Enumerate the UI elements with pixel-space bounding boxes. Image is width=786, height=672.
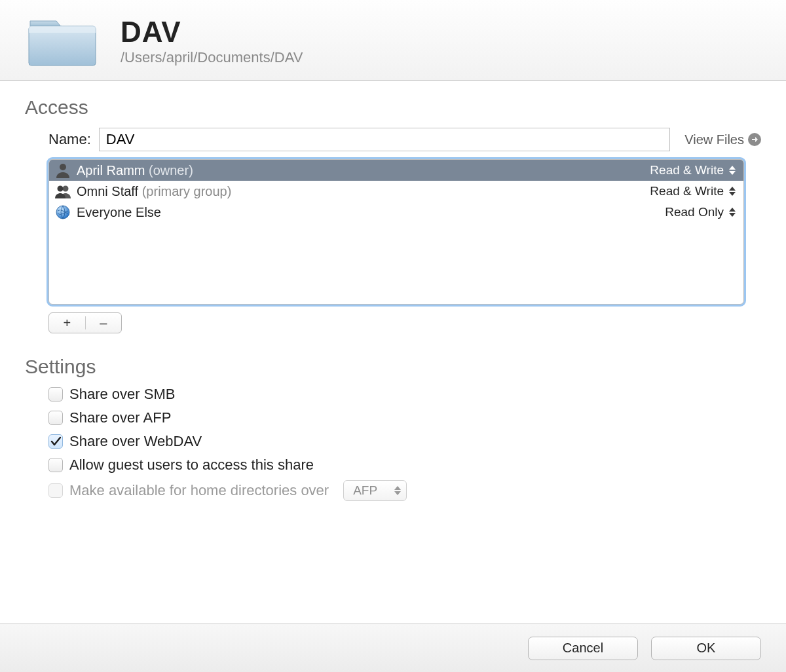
arrow-right-icon [748,133,761,146]
opt-label: Share over WebDAV [69,433,202,450]
stepper-icon [729,205,737,219]
name-label: Name: [48,131,91,148]
globe-icon [54,204,71,221]
folder-title: DAV [121,16,303,48]
acl-list[interactable]: April Ramm (owner) Read & Write Omni Sta… [48,159,744,305]
remove-button[interactable]: – [86,313,122,333]
svg-point-4 [63,186,69,192]
folder-icon [26,12,98,71]
ok-button[interactable]: OK [651,637,761,660]
settings-options: Share over SMB Share over AFP Share over… [48,386,761,501]
acl-name: April Ramm (owner) [77,163,650,178]
checkbox [48,483,63,498]
checkbox[interactable] [48,411,63,425]
view-files-label: View Files [684,132,744,147]
opt-label: Share over SMB [69,386,175,403]
stepper-icon [729,163,737,177]
add-remove-control: + – [48,312,122,333]
stepper-icon [394,483,402,498]
opt-label: Allow guest users to access this share [69,457,314,474]
name-row: Name: View Files [48,128,761,151]
opt-home-directories: Make available for home directories over… [48,480,761,501]
checkbox[interactable] [48,458,63,472]
svg-point-5 [56,206,69,219]
acl-permission-select[interactable]: Read Only [665,205,737,219]
checkbox[interactable] [48,434,63,449]
acl-permission-select[interactable]: Read & Write [650,184,737,198]
access-heading: Access [25,96,761,119]
opt-share-webdav[interactable]: Share over WebDAV [48,433,761,450]
home-dir-protocol-select: AFP [343,480,407,501]
opt-share-afp[interactable]: Share over AFP [48,409,761,426]
cancel-button[interactable]: Cancel [528,637,638,660]
folder-path: /Users/april/Documents/DAV [121,49,303,66]
svg-rect-1 [29,26,96,33]
settings-heading: Settings [25,356,761,378]
group-icon [54,183,71,200]
user-icon [54,162,71,179]
settings-section: Settings Share over SMB Share over AFP S… [25,356,761,501]
acl-name: Everyone Else [77,205,665,220]
name-input[interactable] [99,128,670,151]
acl-row-group[interactable]: Omni Staff (primary group) Read & Write [49,181,743,202]
add-button[interactable]: + [49,313,85,333]
checkbox[interactable] [48,387,63,401]
footer: Cancel OK [0,624,786,672]
header: DAV /Users/april/Documents/DAV [0,0,786,81]
acl-row-everyone[interactable]: Everyone Else Read Only [49,202,743,223]
stepper-icon [729,184,737,198]
svg-point-3 [58,186,64,192]
opt-label: Share over AFP [69,409,171,426]
opt-label: Make available for home directories over [69,482,329,499]
content: Access Name: View Files April Ramm (owne… [0,81,786,501]
opt-share-smb[interactable]: Share over SMB [48,386,761,403]
acl-row-owner[interactable]: April Ramm (owner) Read & Write [49,160,743,181]
svg-point-2 [60,164,66,170]
view-files-link[interactable]: View Files [678,132,761,147]
acl-name: Omni Staff (primary group) [77,184,650,199]
opt-allow-guest[interactable]: Allow guest users to access this share [48,457,761,474]
acl-permission-select[interactable]: Read & Write [650,163,737,177]
header-text: DAV /Users/april/Documents/DAV [121,16,303,66]
